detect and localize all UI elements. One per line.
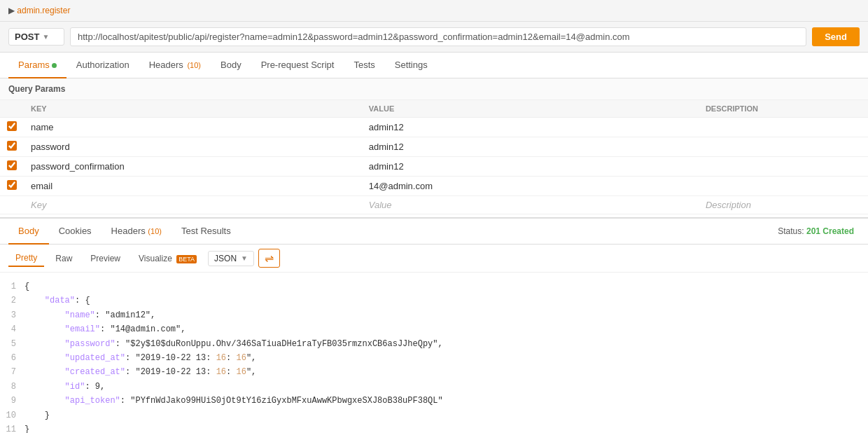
response-tab-body[interactable]: Body — [8, 219, 49, 245]
url-input[interactable] — [70, 27, 806, 46]
line-number: 10 — [0, 408, 24, 422]
response-tab-test-results[interactable]: Test Results — [172, 219, 241, 245]
col-desc-header: DESCRIPTION — [699, 100, 868, 118]
table-row: password_confirmation admin12 — [0, 157, 868, 177]
row-checkbox-0[interactable] — [7, 121, 17, 131]
desc-cell-2 — [699, 157, 868, 177]
line-content: } — [24, 408, 50, 422]
json-label: JSON — [214, 254, 237, 263]
desc-cell-0 — [699, 118, 868, 137]
line-number: 1 — [0, 280, 24, 294]
raw-button[interactable]: Raw — [48, 251, 79, 266]
table-row: name admin12 — [0, 118, 868, 137]
headers-badge: (10) — [187, 61, 201, 69]
line-content: { — [24, 280, 29, 294]
code-line: 10 } — [0, 408, 868, 422]
col-value-header: VALUE — [362, 100, 699, 118]
placeholder-value[interactable]: Value — [362, 196, 699, 214]
value-cell-1: admin12 — [362, 137, 699, 157]
key-cell-2: password_confirmation — [24, 157, 362, 177]
tab-authorization[interactable]: Authorization — [66, 53, 139, 78]
method-chevron-icon: ▼ — [42, 33, 49, 41]
line-content: "data": { — [24, 294, 90, 308]
method-label: POST — [15, 32, 39, 42]
tab-params[interactable]: Params — [8, 53, 66, 78]
visualize-label: Visualize — [139, 254, 172, 263]
line-number: 8 — [0, 380, 24, 394]
status-value: 201 Created — [806, 226, 854, 236]
code-line: 7 "created_at": "2019-10-22 13: 16: 16", — [0, 365, 868, 379]
tab-settings[interactable]: Settings — [385, 53, 438, 78]
code-line: 5 "password": "$2y$10$duRonUppu.Ohv/346S… — [0, 337, 868, 351]
row-checkbox-3[interactable] — [7, 180, 17, 190]
line-number: 3 — [0, 308, 24, 322]
query-params-label: Query Params — [0, 78, 868, 100]
line-number: 2 — [0, 294, 24, 308]
status-info: Status: 201 Created — [778, 226, 860, 236]
format-bar: Pretty Raw Preview Visualize BETA JSON ▼… — [0, 245, 868, 273]
table-row-placeholder: Key Value Description — [0, 196, 868, 214]
placeholder-description[interactable]: Description — [699, 196, 868, 214]
placeholder-key[interactable]: Key — [24, 196, 362, 214]
code-line: 1{ — [0, 280, 868, 294]
col-key-header: KEY — [24, 100, 362, 118]
wrap-button[interactable]: ⇌ — [258, 249, 280, 268]
table-row: email 14@admin.com — [0, 177, 868, 196]
preview-button[interactable]: Preview — [83, 251, 127, 266]
code-line: 2 "data": { — [0, 294, 868, 308]
method-selector[interactable]: POST ▼ — [8, 28, 64, 46]
value-cell-0: admin12 — [362, 118, 699, 137]
key-cell-3: email — [24, 177, 362, 196]
url-bar: POST ▼ Send — [0, 22, 868, 53]
request-tabs: Params Authorization Headers (10) Body P… — [0, 53, 868, 78]
json-chevron-icon: ▼ — [241, 254, 248, 262]
json-format-select[interactable]: JSON ▼ — [208, 251, 254, 266]
response-tab-cookies[interactable]: Cookies — [49, 219, 102, 245]
code-line: 6 "updated_at": "2019-10-22 13: 16: 16", — [0, 351, 868, 365]
pretty-button[interactable]: Pretty — [8, 250, 44, 267]
table-row: password admin12 — [0, 137, 868, 157]
line-content: "id": 9, — [24, 380, 105, 394]
line-content: } — [24, 422, 29, 433]
tab-body[interactable]: Body — [211, 53, 251, 78]
response-tab-headers[interactable]: Headers (10) — [102, 219, 172, 245]
status-label: Status: — [778, 226, 804, 236]
line-number: 9 — [0, 394, 24, 408]
line-content: "updated_at": "2019-10-22 13: 16: 16", — [24, 351, 256, 365]
code-line: 11} — [0, 422, 868, 433]
key-cell-0: name — [24, 118, 362, 137]
breadcrumb: ▶ admin.register — [0, 0, 868, 22]
line-number: 5 — [0, 337, 24, 351]
code-line: 8 "id": 9, — [0, 380, 868, 394]
line-number: 4 — [0, 322, 24, 336]
line-content: "password": "$2y$10$duRonUppu.Ohv/346SaT… — [24, 337, 443, 351]
line-content: "created_at": "2019-10-22 13: 16: 16", — [24, 365, 256, 379]
line-number: 7 — [0, 365, 24, 379]
code-line: 4 "email": "14@admin.com", — [0, 322, 868, 336]
desc-cell-3 — [699, 177, 868, 196]
send-button[interactable]: Send — [812, 27, 860, 46]
code-line: 9 "api_token": "PYfnWdJako99HUiS0jOt9tY1… — [0, 394, 868, 408]
breadcrumb-text: admin.register — [17, 6, 70, 15]
line-number: 6 — [0, 351, 24, 365]
beta-badge: BETA — [176, 255, 197, 263]
params-table: KEY VALUE DESCRIPTION name admin12 passw… — [0, 100, 868, 214]
code-line: 3 "name": "admin12", — [0, 308, 868, 322]
tab-prerequest[interactable]: Pre-request Script — [251, 53, 344, 78]
line-content: "email": "14@admin.com", — [24, 322, 186, 336]
row-checkbox-1[interactable] — [7, 141, 17, 151]
response-body: 1{2 "data": {3 "name": "admin12",4 "emai… — [0, 273, 868, 433]
key-cell-1: password — [24, 137, 362, 157]
desc-cell-1 — [699, 137, 868, 157]
value-cell-3: 14@admin.com — [362, 177, 699, 196]
visualize-button[interactable]: Visualize BETA — [132, 251, 204, 266]
row-checkbox-2[interactable] — [7, 160, 17, 170]
value-cell-2: admin12 — [362, 157, 699, 177]
line-content: "name": "admin12", — [24, 308, 155, 322]
response-tabs: Body Cookies Headers (10) Test Results S… — [0, 219, 868, 245]
response-headers-badge: (10) — [148, 227, 162, 235]
tab-tests[interactable]: Tests — [344, 53, 384, 78]
line-content: "api_token": "PYfnWdJako99HUiS0jOt9tY16z… — [24, 394, 443, 408]
tab-headers[interactable]: Headers (10) — [139, 53, 211, 78]
line-number: 11 — [0, 422, 24, 433]
